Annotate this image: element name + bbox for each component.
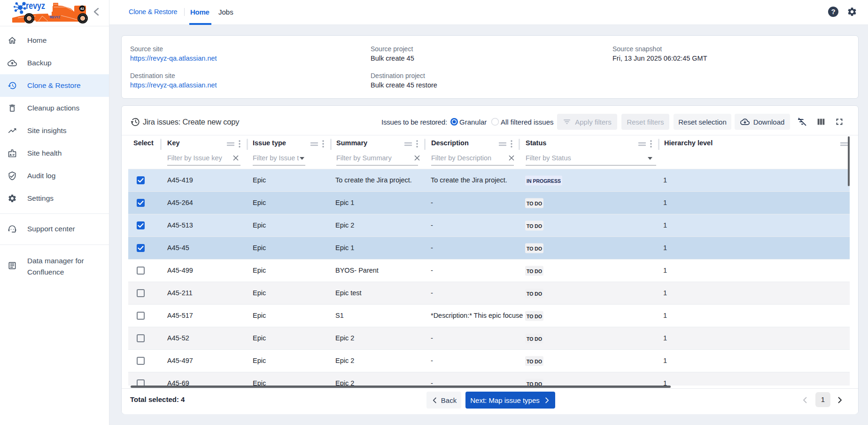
- svg-text:REVYZ: REVYZ: [50, 15, 60, 19]
- svg-text:42: 42: [80, 7, 84, 11]
- svg-text:revyz: revyz: [26, 0, 45, 11]
